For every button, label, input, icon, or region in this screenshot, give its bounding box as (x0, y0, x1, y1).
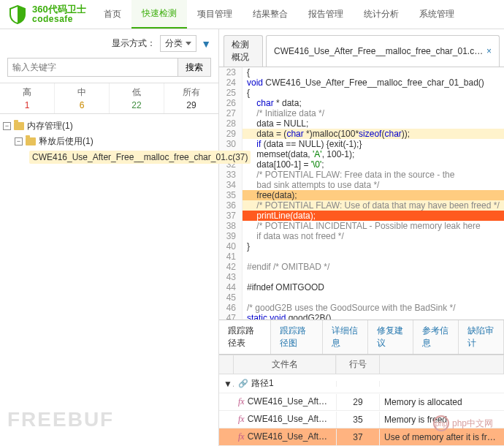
chevron-down-icon (186, 42, 191, 45)
nav-item[interactable]: 系统管理 (409, 0, 465, 29)
code-line[interactable]: 28 data = NULL; (219, 118, 504, 129)
collapse-icon[interactable]: − (3, 122, 11, 130)
code-line[interactable]: 38 /* POTENTIAL INCIDENTAL - Possible me… (219, 221, 504, 231)
code-line[interactable]: 44#ifndef OMITGOOD (219, 282, 504, 292)
bottom-tab[interactable]: 跟踪路径表 (219, 320, 271, 354)
severity-tab[interactable]: 所有29 (164, 83, 218, 113)
bottom-tab[interactable]: 跟踪路径图 (271, 320, 323, 354)
nav-item[interactable]: 快速检测 (131, 0, 187, 29)
search-input[interactable] (7, 58, 178, 77)
brand-en: codesafe (32, 15, 86, 24)
severity-tab[interactable]: 中6 (55, 83, 110, 113)
logo: 360代码卫士 codesafe (0, 4, 93, 25)
code-line[interactable]: 30 if (data == NULL) {exit(-1);} (219, 139, 504, 149)
code-line[interactable]: 33 /* POTENTIAL FLAW: Free data in the s… (219, 170, 504, 180)
folder-icon (14, 122, 24, 130)
watermark-left: FREEBUF (7, 408, 114, 431)
code-line[interactable]: 45 (219, 292, 504, 303)
tab-file[interactable]: CWE416_Use_After_Free__malloc_free_char_… (266, 35, 500, 67)
code-line[interactable]: 29 data = (char *)malloc(100*sizeof(char… (219, 129, 504, 139)
trace-row[interactable]: fxCWE416_Use_After_Free__malloc_fre...35… (219, 411, 504, 428)
code-line[interactable]: 26 char * data; (219, 98, 504, 108)
issue-tree: − 内存管理(1) − 释放后使用(1) CWE416_Use_After_Fr… (0, 114, 218, 170)
code-line[interactable]: 37 printLine(data); (219, 211, 504, 221)
code-line[interactable]: 41 (219, 252, 504, 262)
trace-row[interactable]: fxCWE416_Use_After_Free__malloc_fre...29… (219, 393, 504, 411)
tree-node-category[interactable]: − 内存管理(1) (3, 118, 215, 134)
code-line[interactable]: 25{ (219, 88, 504, 98)
severity-tab[interactable]: 低22 (110, 83, 164, 113)
path-icon: 🔗 (238, 379, 248, 388)
code-line[interactable]: 23{ (219, 67, 504, 78)
bottom-tab[interactable]: 详细信息 (323, 320, 368, 354)
display-mode-select[interactable]: 分类 (160, 35, 196, 52)
code-line[interactable]: 35 free(data); (219, 190, 504, 200)
code-line[interactable]: 32 data[100-1] = '\0'; (219, 159, 504, 170)
bottom-tab[interactable]: 参考信息 (413, 320, 459, 354)
brand-cn: 360代码卫士 (32, 4, 86, 15)
trace-row[interactable]: fxCWE416_Use_After_Free__malloc_fre...37… (219, 428, 504, 446)
nav-item[interactable]: 报告管理 (298, 0, 354, 29)
collapse-icon[interactable]: − (15, 137, 23, 145)
code-editor[interactable]: 23{24void CWE416_Use_After_Free__malloc_… (219, 67, 504, 320)
bottom-tabs: 跟踪路径表跟踪路径图详细信息修复建议参考信息缺陷审计 (219, 320, 504, 355)
nav-item[interactable]: 首页 (93, 0, 131, 29)
code-line[interactable]: 36 /* POTENTIAL FLAW: Use of data that m… (219, 200, 504, 211)
code-line[interactable]: 39 if data was not freed */ (219, 231, 504, 241)
code-line[interactable]: 42#endif /* OMITBAD */ (219, 262, 504, 272)
trace-path-header[interactable]: ▼ 🔗路径1 (219, 374, 504, 393)
left-panel: 显示方式： 分类 ▼ 搜索 高1中6低22所有29 − 内存管理(1) − 释放… (0, 29, 219, 446)
nav-item[interactable]: 项目管理 (187, 0, 243, 29)
code-line[interactable]: 31 memset(data, 'A', 100-1); (219, 149, 504, 159)
close-icon[interactable]: × (486, 46, 492, 56)
code-line[interactable]: 24void CWE416_Use_After_Free__malloc_fre… (219, 78, 504, 88)
col-header-msg (380, 355, 504, 374)
folder-icon (26, 137, 36, 145)
code-line[interactable]: 34 bad sink attempts to use data */ (219, 180, 504, 190)
editor-tabs: 检测概况 CWE416_Use_After_Free__malloc_free_… (219, 29, 504, 67)
nav-item[interactable]: 结果整合 (243, 0, 298, 29)
bottom-tab[interactable]: 修复建议 (368, 320, 413, 354)
filter-icon[interactable]: ▼ (201, 38, 211, 50)
code-line[interactable]: 46/* goodG2B uses the GoodSource with th… (219, 303, 504, 313)
nav-items: 首页快速检测项目管理结果整合报告管理统计分析系统管理 (93, 0, 465, 29)
col-header-line[interactable]: 行号 (336, 355, 380, 374)
severity-tabs: 高1中6低22所有29 (0, 83, 218, 114)
right-panel: 检测概况 CWE416_Use_After_Free__malloc_free_… (219, 29, 504, 446)
code-line[interactable]: 27 /* Initialize data */ (219, 108, 504, 118)
trace-table: 文件名 行号 ▼ 🔗路径1 fxCWE416_Use_After_Free__m… (219, 355, 504, 446)
tree-node-file[interactable]: CWE416_Use_After_Free__malloc_free_char_… (3, 149, 215, 165)
nav-item[interactable]: 统计分析 (354, 0, 409, 29)
tree-node-subcategory[interactable]: − 释放后使用(1) (3, 134, 215, 149)
display-label: 显示方式： (112, 37, 156, 50)
search-button[interactable]: 搜索 (178, 58, 211, 77)
severity-tab[interactable]: 高1 (0, 83, 55, 113)
col-header-file[interactable]: 文件名 (234, 355, 336, 374)
code-line[interactable]: 40} (219, 241, 504, 252)
shield-icon (7, 4, 28, 25)
tab-overview[interactable]: 检测概况 (224, 35, 263, 67)
top-nav: 360代码卫士 codesafe 首页快速检测项目管理结果整合报告管理统计分析系… (0, 0, 504, 29)
code-line[interactable]: 47static void goodG2B() (219, 313, 504, 320)
code-line[interactable]: 43 (219, 272, 504, 282)
bottom-tab[interactable]: 缺陷审计 (459, 320, 504, 354)
